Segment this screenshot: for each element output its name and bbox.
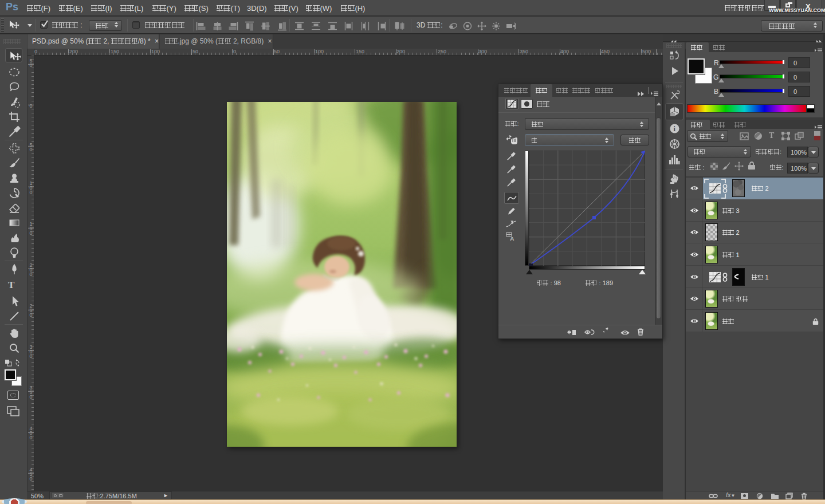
svg-text:A: A <box>510 235 514 241</box>
